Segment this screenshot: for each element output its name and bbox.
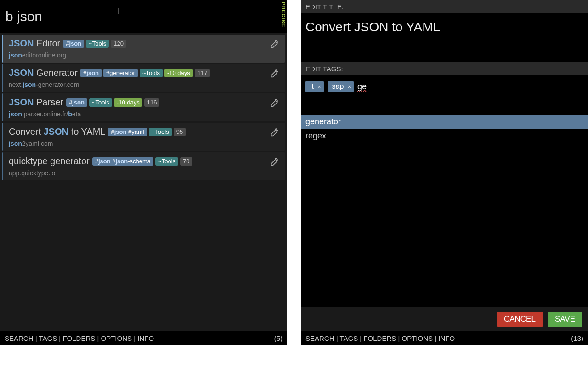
result-badges: #json #json-schema~Tools70 [92,157,192,166]
footer: SEARCH | TAGS | FOLDERS | OPTIONS | INFO… [0,331,287,345]
folder-badge: ~Tools [155,157,178,166]
tag-chip-label: it [310,82,314,91]
results-list: JSON Editor#json~Tools120jsoneditoronlin… [0,33,287,331]
remove-tag-icon[interactable]: × [317,83,321,90]
tag-suggestion[interactable]: generator [301,115,588,129]
edit-tags-label: EDIT TAGS: [301,62,588,75]
age-badge: -10 days [164,69,193,77]
result-title: quicktype generator [9,156,90,166]
action-row: CANCEL SAVE [301,307,588,331]
tag-chip-label: sap [332,82,344,91]
folder-badge: ~Tools [140,69,163,77]
folder-badge: ~Tools [149,128,172,136]
tag-badge: #json [63,40,84,48]
tag-chip[interactable]: it× [305,81,324,92]
title-input[interactable] [301,13,588,62]
tag-badge: #generator [103,69,138,77]
folder-badge: ~Tools [89,98,112,107]
result-url: json2yaml.com [9,140,265,147]
count-badge: 116 [144,98,160,107]
result-item[interactable]: JSON Editor#json~Tools120jsoneditoronlin… [2,34,285,63]
result-item[interactable]: quicktype generator#json #json-schema~To… [2,152,285,180]
search-mode-badge[interactable]: PRECISE [281,2,286,27]
tag-badge: #json #yaml [108,128,147,136]
remove-tag-icon[interactable]: × [347,83,351,90]
result-url: jsoneditoronline.org [9,52,265,59]
search-pane: I PRECISE JSON Editor#json~Tools120jsone… [0,0,287,345]
result-url: json.parser.online.fr/beta [9,110,265,118]
result-title: Convert JSON to YAML [9,126,105,137]
result-item[interactable]: Convert JSON to YAML#json #yaml~Tools95j… [2,123,285,151]
footer-count: (13) [571,334,583,342]
result-url: app.quicktype.io [9,169,265,177]
tag-chip[interactable]: sap× [328,81,354,92]
folder-badge: ~Tools [86,40,109,48]
tags-input-area[interactable]: it×sap× [301,75,588,115]
tag-badge: #json [80,69,102,77]
tag-badge: #json [66,98,87,107]
edit-icon[interactable] [270,69,281,80]
result-url: next.json-generator.com [9,81,265,88]
edit-icon[interactable] [270,157,281,168]
result-item[interactable]: JSON Parser#json~Tools-10 days116json.pa… [2,93,285,121]
edit-title-label: EDIT TITLE: [301,0,588,13]
edit-icon[interactable] [270,98,281,109]
count-badge: 120 [111,40,126,48]
result-item[interactable]: JSON Generator#json#generator~Tools-10 d… [2,64,285,92]
cancel-button[interactable]: CANCEL [497,312,543,327]
footer-links[interactable]: SEARCH | TAGS | FOLDERS | OPTIONS | INFO [305,334,571,342]
edit-icon[interactable] [270,39,281,50]
search-input[interactable] [0,9,287,24]
result-title: JSON Generator [9,68,78,78]
result-badges: #json #yaml~Tools95 [108,128,186,136]
save-button[interactable]: SAVE [548,312,582,327]
search-header: I PRECISE [0,0,287,33]
result-badges: #json~Tools120 [63,40,126,48]
footer-links[interactable]: SEARCH | TAGS | FOLDERS | OPTIONS | INFO [5,334,274,342]
count-badge: 95 [174,128,186,136]
result-badges: #json#generator~Tools-10 days117 [80,69,210,77]
footer: SEARCH | TAGS | FOLDERS | OPTIONS | INFO… [301,331,588,345]
tag-suggestion[interactable]: regex [301,129,588,143]
count-badge: 117 [195,69,210,77]
footer-count: (5) [274,334,283,342]
result-title: JSON Parser [9,97,63,107]
tag-input[interactable] [357,82,464,92]
age-badge: -10 days [114,98,142,107]
tag-suggestions: generatorregex [301,115,588,307]
text-cursor-icon: I [118,6,118,17]
edit-pane: EDIT TITLE: EDIT TAGS: it×sap× generator… [301,0,588,345]
result-title: JSON Editor [9,38,60,48]
count-badge: 70 [180,157,192,166]
result-badges: #json~Tools-10 days116 [66,98,160,107]
edit-icon[interactable] [270,127,281,138]
tag-badge: #json #json-schema [92,157,153,166]
